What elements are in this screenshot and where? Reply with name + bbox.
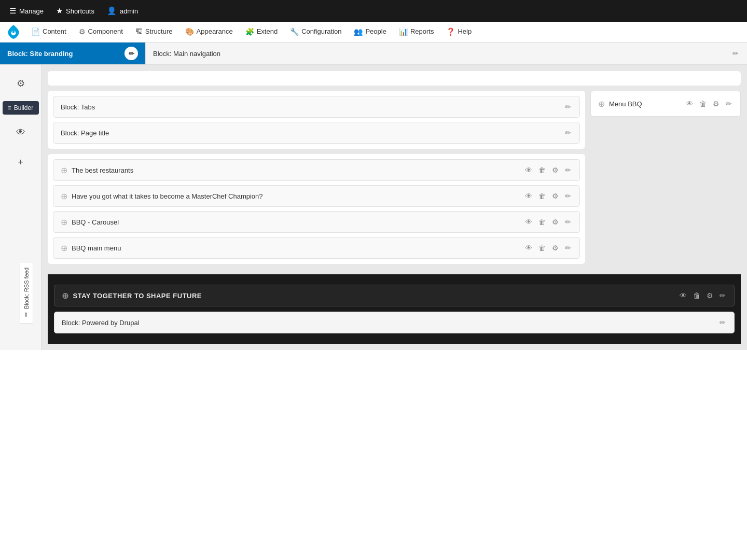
masterchef-gear-icon[interactable]: ⚙ bbox=[551, 191, 560, 201]
builder-button[interactable]: ≡ Builder bbox=[3, 101, 39, 115]
nav-people[interactable]: 👥 People bbox=[348, 23, 392, 41]
shortcuts-menu-item[interactable]: ★ Shortcuts bbox=[51, 3, 100, 19]
menu-bbq-eye-icon[interactable]: 👁 bbox=[685, 99, 694, 109]
stay-together-trash-icon[interactable]: 🗑 bbox=[692, 290, 701, 301]
stay-together-drag-handle[interactable]: ⊕ bbox=[62, 291, 69, 301]
side-column: ⊕ Menu BBQ 👁 🗑 ⚙ ✏ bbox=[590, 91, 741, 269]
bbq-main-menu-drag-handle[interactable]: ⊕ bbox=[61, 243, 67, 253]
appearance-icon: 🎨 bbox=[185, 27, 194, 36]
content-icon: 📄 bbox=[31, 27, 40, 36]
bbq-carousel-block-item: ⊕ BBQ - Carousel 👁 🗑 ⚙ ✏ bbox=[53, 211, 580, 233]
bbq-main-menu-gear-icon[interactable]: ⚙ bbox=[551, 243, 560, 253]
manage-label: Manage bbox=[19, 7, 44, 15]
main-nav-edit-icon[interactable]: ✏ bbox=[731, 48, 740, 59]
tabs-pagetitle-section: Block: Tabs ✏ Block: Page title ✏ bbox=[48, 91, 585, 149]
masterchef-block-item: ⊕ Have you got what it takes to become a… bbox=[53, 185, 580, 207]
bbq-main-menu-trash-icon[interactable]: 🗑 bbox=[537, 243, 547, 253]
powered-drupal-actions: ✏ bbox=[718, 317, 727, 328]
user-icon: 👤 bbox=[107, 6, 117, 16]
menu-bbq-gear-icon[interactable]: ⚙ bbox=[712, 99, 721, 109]
left-sidebar: ⚙ ≡ Builder 👁 + ✏ Block: RSS feed bbox=[0, 65, 42, 350]
restaurants-trash-icon[interactable]: 🗑 bbox=[537, 165, 547, 175]
masterchef-eye-icon[interactable]: 👁 bbox=[524, 191, 533, 201]
nav-help-label: Help bbox=[458, 27, 472, 35]
tabs-block-item: Block: Tabs ✏ bbox=[53, 96, 580, 118]
page-title-block-item: Block: Page title ✏ bbox=[53, 122, 580, 144]
nav-configuration-label: Configuration bbox=[301, 27, 341, 35]
restaurants-block-left: ⊕ The best restaurants bbox=[61, 165, 133, 175]
admin-label: admin bbox=[120, 7, 138, 15]
masterchef-drag-handle[interactable]: ⊕ bbox=[61, 191, 67, 201]
nav-help[interactable]: ❓ Help bbox=[440, 23, 478, 41]
nav-appearance[interactable]: 🎨 Appearance bbox=[179, 23, 239, 41]
restaurants-block-item: ⊕ The best restaurants 👁 🗑 ⚙ ✏ bbox=[53, 159, 580, 181]
eye-button[interactable]: 👁 bbox=[8, 120, 33, 145]
top-empty-section bbox=[48, 71, 741, 86]
stay-together-actions: 👁 🗑 ⚙ ✏ bbox=[679, 290, 727, 301]
admin-menu-item[interactable]: 👤 admin bbox=[102, 3, 143, 19]
bbq-carousel-label: BBQ - Carousel bbox=[72, 218, 119, 226]
nav-extend[interactable]: 🧩 Extend bbox=[239, 23, 284, 41]
bbq-main-menu-edit-icon[interactable]: ✏ bbox=[564, 243, 572, 253]
site-branding-edit-button[interactable]: ✏ bbox=[125, 47, 138, 60]
restaurants-gear-icon[interactable]: ⚙ bbox=[551, 165, 560, 175]
two-col-layout: Block: Tabs ✏ Block: Page title ✏ bbox=[48, 91, 741, 269]
masterchef-actions: 👁 🗑 ⚙ ✏ bbox=[524, 191, 572, 201]
nav-content[interactable]: 📄 Content bbox=[25, 23, 73, 41]
menu-bbq-drag-handle[interactable]: ⊕ bbox=[598, 99, 605, 109]
bbq-carousel-actions: 👁 🗑 ⚙ ✏ bbox=[524, 217, 572, 227]
bbq-carousel-eye-icon[interactable]: 👁 bbox=[524, 217, 533, 227]
help-icon: ❓ bbox=[446, 27, 455, 36]
bbq-carousel-edit-icon[interactable]: ✏ bbox=[564, 217, 572, 227]
bbq-main-menu-eye-icon[interactable]: 👁 bbox=[524, 243, 533, 253]
bbq-main-menu-label: BBQ main menu bbox=[72, 244, 121, 252]
tabs-block-label: Block: Tabs bbox=[61, 103, 95, 111]
gear-button[interactable]: ⚙ bbox=[8, 71, 33, 96]
component-icon: ⚙ bbox=[79, 27, 86, 36]
drupal-nav: 📄 Content ⚙ Component 🏗 Structure 🎨 Appe… bbox=[0, 22, 747, 43]
bbq-carousel-trash-icon[interactable]: 🗑 bbox=[537, 217, 547, 227]
restaurants-edit-icon[interactable]: ✏ bbox=[564, 165, 572, 175]
restaurants-label: The best restaurants bbox=[72, 166, 133, 174]
structure-icon: 🏗 bbox=[135, 27, 143, 36]
tabs-block-actions: ✏ bbox=[564, 102, 572, 112]
drupal-logo[interactable] bbox=[4, 23, 23, 41]
stay-together-edit-icon[interactable]: ✏ bbox=[718, 290, 727, 301]
bbq-carousel-gear-icon[interactable]: ⚙ bbox=[551, 217, 560, 227]
menu-bbq-trash-icon[interactable]: 🗑 bbox=[698, 99, 708, 109]
stay-together-gear-icon[interactable]: ⚙ bbox=[706, 290, 714, 301]
nav-configuration[interactable]: 🔧 Configuration bbox=[284, 23, 348, 41]
restaurants-drag-handle[interactable]: ⊕ bbox=[61, 165, 67, 175]
dark-footer-section: ⊕ STAY TOGETHER TO SHAPE FUTURE 👁 🗑 ⚙ ✏ … bbox=[48, 274, 741, 344]
shortcuts-label: Shortcuts bbox=[66, 7, 94, 15]
bbq-carousel-drag-handle[interactable]: ⊕ bbox=[61, 217, 67, 227]
hamburger-icon: ☰ bbox=[9, 6, 16, 16]
page-title-edit-icon[interactable]: ✏ bbox=[564, 128, 572, 138]
rss-feed-block[interactable]: ✏ Block: RSS feed bbox=[20, 262, 33, 324]
stay-together-eye-icon[interactable]: 👁 bbox=[679, 290, 688, 301]
nav-component[interactable]: ⚙ Component bbox=[73, 23, 129, 41]
block-site-branding: Block: Site branding ✏ bbox=[0, 43, 145, 64]
masterchef-block-left: ⊕ Have you got what it takes to become a… bbox=[61, 191, 263, 201]
nav-reports[interactable]: 📊 Reports bbox=[393, 23, 440, 41]
main-nav-label: Block: Main navigation bbox=[153, 50, 220, 58]
pencil-icon: ✏ bbox=[129, 50, 134, 58]
tabs-edit-icon[interactable]: ✏ bbox=[564, 102, 572, 112]
rss-feed-label: Block: RSS feed bbox=[23, 268, 30, 309]
nav-extend-label: Extend bbox=[257, 27, 278, 35]
tabs-block-left: Block: Tabs bbox=[61, 103, 95, 111]
nav-structure[interactable]: 🏗 Structure bbox=[129, 23, 179, 41]
masterchef-edit-icon[interactable]: ✏ bbox=[564, 191, 572, 201]
restaurants-eye-icon[interactable]: 👁 bbox=[524, 165, 533, 175]
bbq-main-menu-block-item: ⊕ BBQ main menu 👁 🗑 ⚙ ✏ bbox=[53, 237, 580, 259]
add-button[interactable]: + bbox=[8, 150, 33, 175]
menu-bbq-edit-icon[interactable]: ✏ bbox=[725, 99, 733, 109]
manage-menu-item[interactable]: ☰ Manage bbox=[4, 3, 49, 19]
bbq-main-menu-block-left: ⊕ BBQ main menu bbox=[61, 243, 121, 253]
builder-icon: ≡ bbox=[8, 104, 11, 111]
nav-appearance-label: Appearance bbox=[197, 27, 233, 35]
masterchef-trash-icon[interactable]: 🗑 bbox=[537, 191, 547, 201]
menu-bbq-header: ⊕ Menu BBQ 👁 🗑 ⚙ ✏ bbox=[598, 99, 733, 109]
powered-drupal-edit-icon[interactable]: ✏ bbox=[718, 317, 727, 328]
menu-bbq-block: ⊕ Menu BBQ 👁 🗑 ⚙ ✏ bbox=[590, 91, 741, 117]
